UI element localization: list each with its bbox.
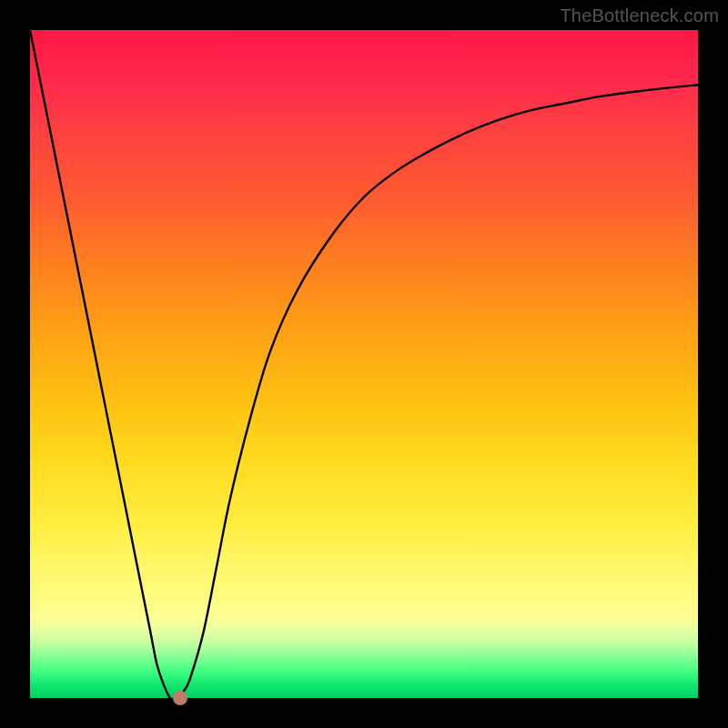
bottleneck-curve (30, 30, 698, 698)
curve-layer (30, 30, 698, 698)
plot-area (30, 30, 698, 698)
chart-frame: TheBottleneck.com (0, 0, 728, 728)
watermark-text: TheBottleneck.com (560, 5, 719, 26)
minimum-marker (173, 691, 187, 705)
